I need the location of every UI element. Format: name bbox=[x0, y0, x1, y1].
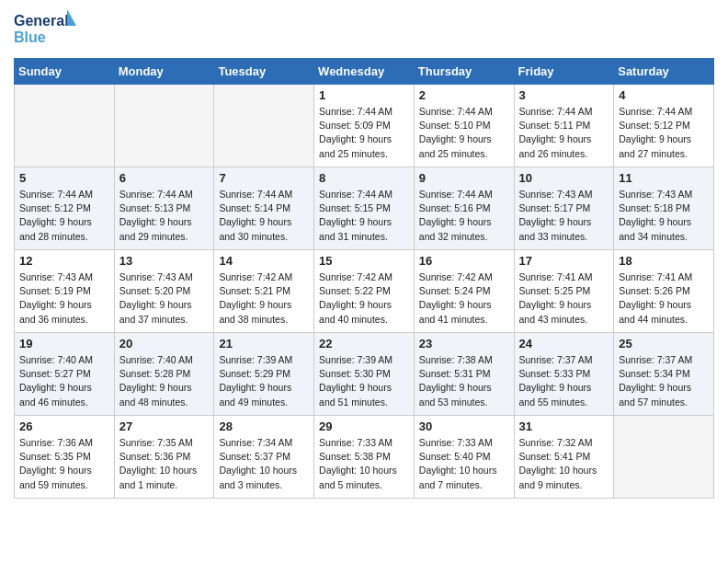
calendar-cell: 26Sunrise: 7:36 AMSunset: 5:35 PMDayligh… bbox=[15, 416, 115, 499]
day-number: 29 bbox=[319, 419, 409, 433]
calendar-cell: 24Sunrise: 7:37 AMSunset: 5:33 PMDayligh… bbox=[514, 333, 614, 416]
day-number: 18 bbox=[619, 254, 709, 268]
calendar-cell bbox=[614, 416, 714, 499]
page-container: GeneralBlue SundayMondayTuesdayWednesday… bbox=[0, 0, 728, 508]
weekday-tuesday: Tuesday bbox=[214, 59, 314, 85]
calendar-cell: 27Sunrise: 7:35 AMSunset: 5:36 PMDayligh… bbox=[114, 416, 214, 499]
day-info: Sunrise: 7:44 AMSunset: 5:10 PMDaylight:… bbox=[419, 105, 509, 161]
day-info: Sunrise: 7:40 AMSunset: 5:28 PMDaylight:… bbox=[119, 353, 210, 409]
calendar-cell: 17Sunrise: 7:41 AMSunset: 5:25 PMDayligh… bbox=[514, 250, 614, 333]
day-number: 17 bbox=[519, 254, 609, 268]
day-info: Sunrise: 7:44 AMSunset: 5:12 PMDaylight:… bbox=[19, 188, 109, 244]
day-info: Sunrise: 7:39 AMSunset: 5:29 PMDaylight:… bbox=[219, 353, 309, 409]
day-info: Sunrise: 7:40 AMSunset: 5:27 PMDaylight:… bbox=[19, 353, 109, 409]
day-info: Sunrise: 7:33 AMSunset: 5:38 PMDaylight:… bbox=[319, 436, 409, 492]
day-number: 27 bbox=[119, 419, 210, 433]
calendar-cell: 22Sunrise: 7:39 AMSunset: 5:30 PMDayligh… bbox=[314, 333, 415, 416]
weekday-wednesday: Wednesday bbox=[314, 59, 415, 85]
calendar-cell: 16Sunrise: 7:42 AMSunset: 5:24 PMDayligh… bbox=[414, 250, 514, 333]
day-number: 3 bbox=[519, 88, 609, 102]
weekday-saturday: Saturday bbox=[614, 59, 714, 85]
calendar-cell: 21Sunrise: 7:39 AMSunset: 5:29 PMDayligh… bbox=[214, 333, 314, 416]
day-number: 22 bbox=[319, 337, 409, 350]
calendar-week-5: 26Sunrise: 7:36 AMSunset: 5:35 PMDayligh… bbox=[15, 416, 714, 499]
day-info: Sunrise: 7:37 AMSunset: 5:33 PMDaylight:… bbox=[519, 353, 609, 409]
calendar-cell: 3Sunrise: 7:44 AMSunset: 5:11 PMDaylight… bbox=[514, 85, 614, 167]
day-number: 31 bbox=[519, 419, 609, 433]
day-info: Sunrise: 7:35 AMSunset: 5:36 PMDaylight:… bbox=[119, 436, 210, 492]
day-number: 10 bbox=[519, 171, 609, 185]
calendar-cell: 11Sunrise: 7:43 AMSunset: 5:18 PMDayligh… bbox=[614, 167, 714, 250]
day-number: 5 bbox=[19, 171, 109, 185]
day-info: Sunrise: 7:33 AMSunset: 5:40 PMDaylight:… bbox=[419, 436, 509, 492]
day-info: Sunrise: 7:43 AMSunset: 5:19 PMDaylight:… bbox=[19, 270, 109, 327]
day-number: 9 bbox=[419, 171, 509, 185]
day-info: Sunrise: 7:38 AMSunset: 5:31 PMDaylight:… bbox=[419, 353, 509, 409]
calendar-cell: 10Sunrise: 7:43 AMSunset: 5:17 PMDayligh… bbox=[514, 167, 614, 250]
calendar-cell: 5Sunrise: 7:44 AMSunset: 5:12 PMDaylight… bbox=[15, 167, 115, 250]
svg-text:Blue: Blue bbox=[14, 29, 46, 45]
day-number: 19 bbox=[19, 337, 109, 350]
page-header: GeneralBlue bbox=[14, 9, 714, 51]
day-number: 26 bbox=[19, 419, 109, 433]
calendar-cell: 18Sunrise: 7:41 AMSunset: 5:26 PMDayligh… bbox=[614, 250, 714, 333]
svg-marker-1 bbox=[67, 9, 76, 26]
day-info: Sunrise: 7:32 AMSunset: 5:41 PMDaylight:… bbox=[519, 436, 609, 492]
day-number: 23 bbox=[419, 337, 509, 350]
calendar-cell: 31Sunrise: 7:32 AMSunset: 5:41 PMDayligh… bbox=[514, 416, 614, 499]
day-info: Sunrise: 7:41 AMSunset: 5:25 PMDaylight:… bbox=[519, 270, 609, 327]
day-number: 1 bbox=[319, 88, 409, 102]
day-info: Sunrise: 7:44 AMSunset: 5:12 PMDaylight:… bbox=[619, 105, 709, 161]
calendar-cell: 2Sunrise: 7:44 AMSunset: 5:10 PMDaylight… bbox=[414, 85, 514, 167]
calendar-cell: 6Sunrise: 7:44 AMSunset: 5:13 PMDaylight… bbox=[114, 167, 214, 250]
calendar-cell: 23Sunrise: 7:38 AMSunset: 5:31 PMDayligh… bbox=[414, 333, 514, 416]
day-number: 2 bbox=[419, 88, 509, 102]
weekday-monday: Monday bbox=[114, 59, 214, 85]
day-number: 13 bbox=[119, 254, 210, 268]
calendar-cell: 7Sunrise: 7:44 AMSunset: 5:14 PMDaylight… bbox=[214, 167, 314, 250]
calendar-cell bbox=[214, 85, 314, 167]
day-info: Sunrise: 7:42 AMSunset: 5:22 PMDaylight:… bbox=[319, 270, 409, 327]
calendar-cell: 8Sunrise: 7:44 AMSunset: 5:15 PMDaylight… bbox=[314, 167, 415, 250]
calendar-cell: 29Sunrise: 7:33 AMSunset: 5:38 PMDayligh… bbox=[314, 416, 415, 499]
day-number: 11 bbox=[619, 171, 709, 185]
calendar-table: SundayMondayTuesdayWednesdayThursdayFrid… bbox=[14, 58, 714, 499]
day-number: 24 bbox=[519, 337, 609, 350]
day-number: 14 bbox=[219, 254, 309, 268]
day-info: Sunrise: 7:42 AMSunset: 5:21 PMDaylight:… bbox=[219, 270, 309, 327]
day-info: Sunrise: 7:44 AMSunset: 5:09 PMDaylight:… bbox=[319, 105, 409, 161]
calendar-cell: 15Sunrise: 7:42 AMSunset: 5:22 PMDayligh… bbox=[314, 250, 415, 333]
calendar-week-1: 1Sunrise: 7:44 AMSunset: 5:09 PMDaylight… bbox=[15, 85, 714, 167]
logo: GeneralBlue bbox=[14, 9, 87, 51]
day-number: 4 bbox=[619, 88, 709, 102]
calendar-cell bbox=[15, 85, 115, 167]
day-info: Sunrise: 7:34 AMSunset: 5:37 PMDaylight:… bbox=[219, 436, 309, 492]
day-number: 25 bbox=[619, 337, 709, 350]
day-info: Sunrise: 7:44 AMSunset: 5:15 PMDaylight:… bbox=[319, 188, 409, 244]
calendar-cell: 20Sunrise: 7:40 AMSunset: 5:28 PMDayligh… bbox=[114, 333, 214, 416]
weekday-thursday: Thursday bbox=[414, 59, 514, 85]
day-number: 30 bbox=[419, 419, 509, 433]
calendar-cell: 12Sunrise: 7:43 AMSunset: 5:19 PMDayligh… bbox=[15, 250, 115, 333]
day-info: Sunrise: 7:44 AMSunset: 5:11 PMDaylight:… bbox=[519, 105, 609, 161]
logo: GeneralBlue bbox=[14, 9, 87, 51]
weekday-header-row: SundayMondayTuesdayWednesdayThursdayFrid… bbox=[15, 59, 714, 85]
day-info: Sunrise: 7:41 AMSunset: 5:26 PMDaylight:… bbox=[619, 270, 709, 327]
day-info: Sunrise: 7:43 AMSunset: 5:20 PMDaylight:… bbox=[119, 270, 210, 327]
day-info: Sunrise: 7:44 AMSunset: 5:14 PMDaylight:… bbox=[219, 188, 309, 244]
day-info: Sunrise: 7:37 AMSunset: 5:34 PMDaylight:… bbox=[619, 353, 709, 409]
weekday-sunday: Sunday bbox=[15, 59, 115, 85]
day-number: 15 bbox=[319, 254, 409, 268]
day-number: 6 bbox=[119, 171, 210, 185]
svg-text:General: General bbox=[14, 13, 69, 29]
calendar-week-3: 12Sunrise: 7:43 AMSunset: 5:19 PMDayligh… bbox=[15, 250, 714, 333]
day-number: 8 bbox=[319, 171, 409, 185]
day-number: 21 bbox=[219, 337, 309, 350]
calendar-cell: 14Sunrise: 7:42 AMSunset: 5:21 PMDayligh… bbox=[214, 250, 314, 333]
calendar-cell: 9Sunrise: 7:44 AMSunset: 5:16 PMDaylight… bbox=[414, 167, 514, 250]
day-info: Sunrise: 7:42 AMSunset: 5:24 PMDaylight:… bbox=[419, 270, 509, 327]
day-info: Sunrise: 7:44 AMSunset: 5:16 PMDaylight:… bbox=[419, 188, 509, 244]
day-info: Sunrise: 7:39 AMSunset: 5:30 PMDaylight:… bbox=[319, 353, 409, 409]
calendar-cell: 28Sunrise: 7:34 AMSunset: 5:37 PMDayligh… bbox=[214, 416, 314, 499]
calendar-cell: 1Sunrise: 7:44 AMSunset: 5:09 PMDaylight… bbox=[314, 85, 415, 167]
